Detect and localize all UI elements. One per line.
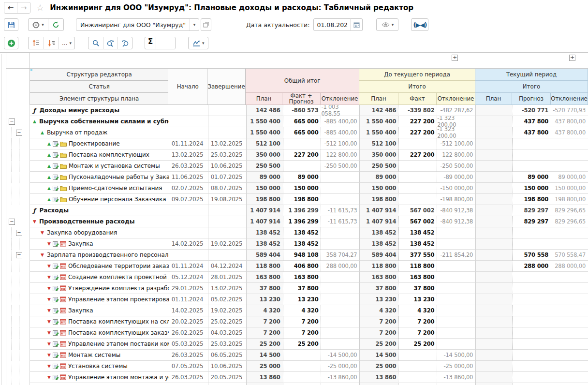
row-name-cell[interactable]: ▲Обучение персонала Заказчика: [29, 194, 169, 205]
value-cell[interactable]: 25 000: [246, 361, 283, 372]
tree-collapse-toggle[interactable]: −: [16, 130, 22, 136]
start-date-cell[interactable]: 20.02.2025: [169, 316, 208, 327]
value-cell[interactable]: [437, 339, 475, 350]
value-cell[interactable]: [551, 383, 588, 385]
col-current-deviation[interactable]: Отклонение: [551, 93, 588, 105]
value-cell[interactable]: 1 407 914: [359, 216, 398, 227]
row-name-cell[interactable]: ▼Управление этапом поставки комплектую: [29, 339, 169, 350]
value-cell[interactable]: 7 200: [283, 327, 321, 339]
tree-collapse-toggle[interactable]: −: [16, 230, 22, 236]
pane-splitter[interactable]: [1, 54, 1, 385]
value-cell[interactable]: 37 800: [283, 283, 321, 294]
value-cell[interactable]: [321, 294, 359, 305]
row-name-cell[interactable]: ▼Зарплата производственного персонала: [29, 250, 169, 261]
row-name-cell[interactable]: ▲Выручка от продаж: [29, 127, 169, 138]
value-cell[interactable]: 589 404: [359, 250, 398, 261]
start-date-cell[interactable]: 13.02.2025: [169, 149, 208, 161]
value-cell[interactable]: 4 320: [398, 305, 437, 316]
value-cell[interactable]: 198 800: [283, 194, 321, 205]
value-cell[interactable]: [551, 138, 588, 149]
table-row[interactable]: ƒДоходы минус расходы142 486-860 573-1 0…: [6, 105, 588, 116]
end-date-cell[interactable]: [208, 227, 246, 238]
value-cell[interactable]: -512 100,00: [437, 138, 475, 149]
value-cell[interactable]: 150 000: [512, 183, 551, 194]
value-cell[interactable]: -211 854,20: [437, 250, 475, 261]
value-cell[interactable]: [512, 161, 551, 172]
value-cell[interactable]: [437, 283, 475, 294]
value-cell[interactable]: [321, 238, 359, 250]
value-cell[interactable]: -25 000,00: [321, 361, 359, 372]
value-cell[interactable]: [283, 361, 321, 372]
value-cell[interactable]: 25 200: [246, 339, 283, 350]
value-cell[interactable]: [283, 383, 321, 385]
value-cell[interactable]: -11 615,73: [321, 216, 359, 227]
row-name-cell[interactable]: ▼Установка системы: [29, 361, 169, 372]
value-cell[interactable]: 570 558,47: [551, 250, 588, 261]
value-cell[interactable]: 1 407 914: [359, 205, 398, 216]
value-cell[interactable]: [437, 272, 475, 283]
value-cell[interactable]: -25 000,00: [437, 361, 475, 372]
value-cell[interactable]: 227 200: [398, 149, 437, 161]
col-total-fact-forecast[interactable]: Факт + Прогноз: [282, 93, 321, 105]
value-cell[interactable]: 37 800: [246, 283, 283, 294]
value-cell[interactable]: [551, 350, 588, 361]
value-cell[interactable]: 25 200: [359, 339, 398, 350]
table-row[interactable]: ▲Пусконаладочные работы у Заказчика11.06…: [6, 172, 588, 183]
value-cell[interactable]: [551, 372, 588, 383]
value-cell[interactable]: [512, 138, 551, 149]
value-cell[interactable]: 4 320: [359, 305, 398, 316]
value-cell[interactable]: 350 000: [246, 149, 283, 161]
value-cell[interactable]: 829 297: [512, 216, 551, 227]
end-date-cell[interactable]: 25.02.2025: [208, 316, 246, 327]
value-cell[interactable]: 198 800: [512, 194, 551, 205]
value-cell[interactable]: [551, 294, 588, 305]
col-current-plan[interactable]: План: [475, 93, 512, 105]
row-name-cell[interactable]: ▼Закупка оборудования: [29, 227, 169, 238]
value-cell[interactable]: [437, 316, 475, 327]
end-date-cell[interactable]: [208, 216, 246, 227]
more-actions-button[interactable]: ...▾: [59, 37, 74, 49]
group-total-label[interactable]: Общий итог: [246, 69, 359, 93]
value-cell[interactable]: [398, 383, 437, 385]
end-date-cell[interactable]: 25.03.2025: [208, 339, 246, 350]
table-row[interactable]: −▲Выручка собственными силами и субподря…: [6, 116, 588, 127]
start-date-cell[interactable]: 11.06.2025: [169, 172, 208, 183]
value-cell[interactable]: 118 800: [359, 261, 398, 272]
value-cell[interactable]: [283, 372, 321, 383]
value-cell[interactable]: 665 000: [283, 116, 321, 127]
value-cell[interactable]: [475, 261, 512, 272]
row-name-cell[interactable]: ▼Создание комплекта проектной докумен: [29, 272, 169, 283]
end-date-cell[interactable]: [208, 127, 246, 138]
start-date-cell[interactable]: [169, 105, 208, 116]
value-cell[interactable]: 163 800: [398, 272, 437, 283]
value-cell[interactable]: [512, 339, 551, 350]
value-cell[interactable]: [321, 316, 359, 327]
value-cell[interactable]: 142 486: [359, 105, 398, 116]
value-cell[interactable]: [283, 161, 321, 172]
value-cell[interactable]: 25 200: [283, 339, 321, 350]
row-name-cell[interactable]: ▼Поставка комплектующих заказчику: [29, 327, 169, 339]
table-row[interactable]: ▲Обучение персонала Заказчика09.07.20251…: [6, 194, 588, 205]
start-date-cell[interactable]: 14.02.2025: [169, 305, 208, 316]
value-cell[interactable]: 37 800: [398, 283, 437, 294]
value-cell[interactable]: 14 500: [246, 350, 283, 361]
end-date-cell[interactable]: 20.05.2025: [208, 372, 246, 383]
value-cell[interactable]: -1 003 058,55: [321, 105, 359, 116]
end-date-cell[interactable]: [208, 105, 246, 116]
settings-button[interactable]: ▾: [29, 19, 48, 30]
value-cell[interactable]: 288 000,00: [551, 261, 588, 272]
value-cell[interactable]: 1 396 299: [283, 205, 321, 216]
value-cell[interactable]: 138 452: [246, 227, 283, 238]
value-cell[interactable]: 25 000: [359, 361, 398, 372]
value-cell[interactable]: [398, 172, 437, 183]
value-cell[interactable]: [551, 361, 588, 372]
value-cell[interactable]: 665 000: [283, 127, 321, 138]
value-cell[interactable]: 13 860: [359, 372, 398, 383]
value-cell[interactable]: 1 550 400: [246, 116, 283, 127]
end-date-cell[interactable]: 10.06.2025: [208, 361, 246, 372]
value-cell[interactable]: 7 200: [246, 316, 283, 327]
tree-collapse-toggle[interactable]: −: [16, 252, 22, 258]
value-cell[interactable]: 7 200: [246, 327, 283, 339]
search-button[interactable]: [88, 37, 103, 49]
row-name-cell[interactable]: ▼Обследование территории заказчика: [29, 261, 169, 272]
